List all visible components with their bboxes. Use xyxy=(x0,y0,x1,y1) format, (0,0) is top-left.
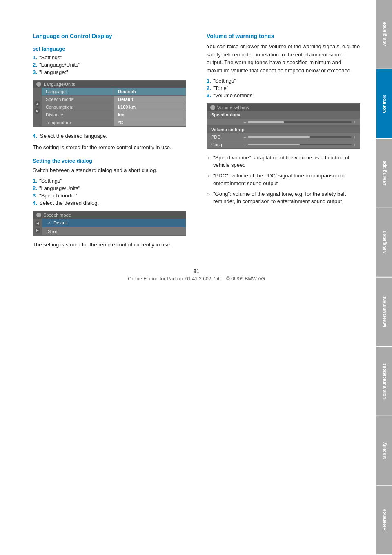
volume-settings-screenshot: Volume settings Speed volume – + Volume … xyxy=(207,103,360,149)
speech-nav-btn2[interactable]: ▶ xyxy=(35,228,40,233)
sidebar-tab-driving-tips[interactable]: Driving tips xyxy=(376,139,392,208)
volume-bullets: "Speed volume": adaptation of the volume… xyxy=(207,154,360,205)
speech-mode-screenshot: Speech mode ◀ ▶ ✓ Default Short xyxy=(33,211,186,236)
table-row: Speech mode: Default xyxy=(42,96,186,103)
speech-nav-side: ◀ ▶ xyxy=(33,219,42,235)
speed-vol-fill xyxy=(248,121,284,123)
set-language-note: The setting is stored for the remote con… xyxy=(33,143,186,152)
table-row: Consumption: l/100 km xyxy=(42,103,186,111)
speech-nav-area: ◀ ▶ ✓ Default Short xyxy=(33,219,186,235)
bullet-item-gong: "Gong": volume of the signal tone, e.g. … xyxy=(207,190,360,205)
step-item: 2."Language/Units" xyxy=(33,185,186,191)
speech-options: ✓ Default Short xyxy=(42,219,186,235)
sidebar-tab-navigation[interactable]: Navigation xyxy=(376,208,392,277)
speed-volume-label: Speed volume xyxy=(207,111,360,119)
sidebar-tab-mobility[interactable]: Mobility xyxy=(376,416,392,485)
speed-volume-row: – + xyxy=(207,119,360,126)
page-number: 81 xyxy=(33,268,360,274)
vol-header: Volume settings xyxy=(207,104,360,111)
right-column: Volume of warning tones You can raise or… xyxy=(203,33,360,252)
screenshot-header: Language/Units xyxy=(33,81,186,88)
sidebar-tab-reference[interactable]: Reference xyxy=(376,486,392,554)
gong-row: Gong – + xyxy=(207,141,360,149)
pdc-plus-icon: + xyxy=(353,135,356,139)
gong-plus-icon: + xyxy=(353,143,356,147)
step-item: 1."Settings" xyxy=(33,54,186,60)
speech-option-default[interactable]: ✓ Default xyxy=(42,219,186,227)
language-table: Language: Deutsch Speech mode: Default C… xyxy=(42,88,186,127)
vol-setting-title: Volume setting: xyxy=(207,126,360,133)
settings-icon xyxy=(36,82,41,87)
pdc-track xyxy=(248,136,352,138)
pdc-row: PDC – + xyxy=(207,133,360,141)
speech-header-title: Speech mode xyxy=(43,213,71,217)
volume-steps: 1."Settings" 2."Tone" 3."Volume settings… xyxy=(207,78,360,98)
sidebar-tab-at-a-glance[interactable]: At a glance xyxy=(376,0,392,69)
step-item: 3."Speech mode:" xyxy=(33,192,186,199)
screenshot-header-title: Language/Units xyxy=(44,82,75,87)
speed-vol-track xyxy=(248,121,352,123)
voice-dialog-intro: Switch between a standard dialog and a s… xyxy=(33,166,186,175)
step-item: 2."Language/Units" xyxy=(33,62,186,68)
pdc-minus-icon: – xyxy=(244,135,246,139)
vol-settings-icon xyxy=(210,105,215,110)
set-language-steps: 1."Settings" 2."Language/Units" 3."Langu… xyxy=(33,54,186,75)
sidebar-tab-controls[interactable]: Controls xyxy=(376,69,392,138)
voice-dialog-subtitle: Setting the voice dialog xyxy=(33,158,186,164)
step-item: 1."Settings" xyxy=(207,78,360,84)
vol-header-title: Volume settings xyxy=(217,105,249,110)
left-section-title: Language on Control Display xyxy=(33,33,186,39)
page-footer: 81 Online Edition for Part no. 01 41 2 6… xyxy=(33,268,360,282)
edition-text: Online Edition for Part no. 01 41 2 602 … xyxy=(33,276,360,282)
step4-text: 4. Select the desired language. xyxy=(33,132,186,140)
step-item: 4.Select the desired dialog. xyxy=(33,200,186,206)
step-item: 3."Language:" xyxy=(33,69,186,75)
nav-up-btn[interactable]: ◀ xyxy=(34,101,40,107)
sidebar-tab-communications[interactable]: Communications xyxy=(376,347,392,416)
table-row: Distance: km xyxy=(42,111,186,119)
set-language-subtitle: set language xyxy=(33,46,186,52)
table-row: Temperature: °C xyxy=(42,119,186,127)
nav-down-btn[interactable]: ▶ xyxy=(34,108,40,114)
settings-icon xyxy=(36,213,41,217)
bullet-item-pdc: "PDC": volume of the PDC* signal tone in… xyxy=(207,172,360,187)
minus-icon: – xyxy=(244,120,246,124)
sidebar: At a glance Controls Driving tips Naviga… xyxy=(376,0,392,555)
right-section-intro: You can raise or lower the volume of the… xyxy=(207,43,360,74)
bullet-item-speed: "Speed volume": adaptation of the volume… xyxy=(207,154,360,169)
language-units-screenshot: Language/Units ◀ ▶ Language: Deutsch Spe… xyxy=(33,80,186,127)
speech-option-short[interactable]: Short xyxy=(42,227,186,235)
voice-dialog-steps: 1."Settings" 2."Language/Units" 3."Speec… xyxy=(33,178,186,206)
sidebar-tab-entertainment[interactable]: Entertainment xyxy=(376,278,392,346)
gong-minus-icon: – xyxy=(244,143,246,147)
gong-fill xyxy=(248,144,300,145)
plus-icon: + xyxy=(353,120,356,124)
step-item: 2."Tone" xyxy=(207,85,360,91)
check-icon: ✓ xyxy=(48,220,51,226)
table-row: Language: Deutsch xyxy=(42,88,186,96)
left-column: Language on Control Display set language… xyxy=(33,33,190,252)
gong-track xyxy=(248,144,352,145)
nav-side: ◀ ▶ xyxy=(33,88,42,127)
step-item: 3."Volume settings" xyxy=(207,92,360,98)
step-item: 1."Settings" xyxy=(33,178,186,184)
speech-nav-btn[interactable]: ◀ xyxy=(35,221,40,226)
speech-header: Speech mode xyxy=(33,211,186,219)
voice-dialog-note: The setting is stored for the remote con… xyxy=(33,241,186,249)
pdc-fill xyxy=(248,136,310,138)
right-section-title: Volume of warning tones xyxy=(207,33,360,39)
